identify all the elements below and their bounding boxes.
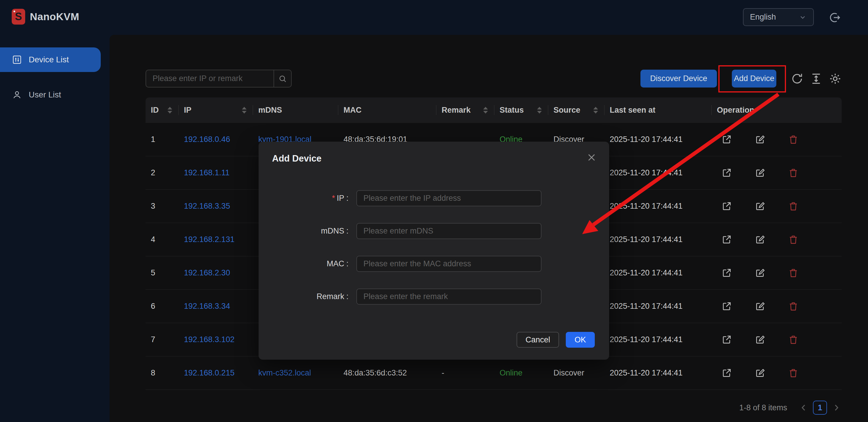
sorter-icon[interactable]	[537, 107, 542, 113]
mdns-link[interactable]: kvm-c352.local	[258, 368, 311, 378]
delete-trash-icon[interactable]	[788, 134, 799, 145]
discover-device-button[interactable]: Discover Device	[641, 70, 717, 88]
column-height-icon[interactable]	[810, 72, 823, 85]
user-icon	[12, 90, 22, 100]
ip-link[interactable]: 192.168.1.11	[184, 168, 229, 177]
sorter-icon[interactable]	[483, 107, 488, 113]
cell-operation	[712, 356, 842, 390]
delete-trash-icon[interactable]	[788, 234, 799, 245]
cell-ip: 192.168.0.215	[179, 356, 253, 390]
remark-field[interactable]	[356, 289, 541, 305]
open-device-icon[interactable]	[721, 234, 732, 245]
delete-trash-icon[interactable]	[788, 334, 799, 345]
sidebar-item-user-list[interactable]: User List	[0, 83, 110, 107]
remark-label: Remark:	[258, 292, 348, 301]
brand: S NanoKVM	[12, 9, 80, 25]
sidebar: Device List User List	[0, 35, 110, 422]
open-device-icon[interactable]	[721, 167, 732, 178]
cell-id: 5	[146, 256, 179, 289]
toolbar: Discover Device Add Device	[146, 70, 842, 88]
ok-button[interactable]: OK	[566, 332, 595, 348]
ip-link[interactable]: 192.168.0.46	[184, 135, 230, 144]
cell-last-seen: 2025-11-20 17:44:41	[604, 223, 712, 256]
cell-ip: 192.168.3.34	[179, 290, 253, 323]
open-device-icon[interactable]	[721, 134, 732, 145]
cell-ip: 192.168.1.11	[179, 156, 253, 189]
refresh-icon[interactable]	[791, 72, 804, 85]
edit-icon[interactable]	[754, 234, 766, 245]
add-device-modal: Add Device *IP: mDNS: MAC: Remark: Cance…	[258, 142, 609, 360]
delete-trash-icon[interactable]	[788, 267, 799, 279]
form-row-ip: *IP:	[258, 190, 609, 206]
ip-link[interactable]: 192.168.3.35	[184, 202, 230, 211]
ip-link[interactable]: 192.168.2.131	[184, 235, 235, 244]
cell-source: Discover	[548, 356, 604, 390]
status-text: Online	[494, 356, 548, 390]
cell-ip: 192.168.3.102	[179, 323, 253, 356]
open-device-icon[interactable]	[721, 201, 732, 212]
ip-link[interactable]: 192.168.2.30	[184, 268, 230, 278]
cell-last-seen: 2025-11-20 17:44:41	[604, 123, 712, 156]
edit-icon[interactable]	[754, 367, 766, 379]
delete-trash-icon[interactable]	[788, 367, 799, 379]
column-header-ip[interactable]: IP	[179, 97, 253, 123]
edit-icon[interactable]	[754, 267, 766, 279]
column-header-status[interactable]: Status	[494, 97, 548, 123]
column-header-mac: MAC	[338, 97, 436, 123]
delete-trash-icon[interactable]	[788, 301, 799, 312]
chevron-right-icon[interactable]	[831, 402, 842, 413]
ip-link[interactable]: 192.168.3.34	[184, 302, 230, 311]
column-header-id[interactable]: ID	[146, 97, 179, 123]
form-row-remark: Remark:	[258, 289, 609, 305]
cell-id: 8	[146, 356, 179, 390]
open-device-icon[interactable]	[721, 367, 732, 379]
modal-title: Add Device	[272, 153, 321, 164]
sorter-icon[interactable]	[167, 107, 172, 113]
page-number-button[interactable]: 1	[813, 401, 827, 415]
edit-icon[interactable]	[754, 334, 766, 345]
cell-last-seen: 2025-11-20 17:44:41	[604, 323, 712, 356]
delete-trash-icon[interactable]	[788, 167, 799, 178]
edit-icon[interactable]	[754, 167, 766, 178]
open-device-icon[interactable]	[721, 267, 732, 279]
open-device-icon[interactable]	[721, 301, 732, 312]
form-row-mdns: mDNS:	[258, 223, 609, 239]
delete-trash-icon[interactable]	[788, 201, 799, 212]
ip-link[interactable]: 192.168.0.215	[184, 368, 235, 378]
cell-mdns: kvm-c352.local	[253, 356, 338, 390]
cell-operation	[712, 156, 842, 189]
search-input[interactable]	[146, 70, 274, 88]
logout-icon[interactable]	[828, 11, 841, 24]
cell-last-seen: 2025-11-20 17:44:41	[604, 290, 712, 323]
chevron-left-icon[interactable]	[798, 402, 809, 413]
language-select[interactable]: English	[743, 8, 814, 26]
cell-remark: -	[436, 356, 494, 390]
cell-operation	[712, 123, 842, 156]
search-button[interactable]	[274, 70, 292, 88]
sidebar-item-device-list[interactable]: Device List	[0, 47, 101, 72]
edit-icon[interactable]	[754, 201, 766, 212]
sorter-icon[interactable]	[593, 107, 598, 113]
close-icon[interactable]	[586, 152, 597, 163]
sorter-icon[interactable]	[242, 107, 247, 113]
ip-link[interactable]: 192.168.3.102	[184, 335, 235, 344]
sidebar-item-label: Device List	[29, 55, 69, 64]
column-header-remark[interactable]: Remark	[436, 97, 494, 123]
cell-id: 4	[146, 223, 179, 256]
edit-icon[interactable]	[754, 134, 766, 145]
topbar: S NanoKVM English	[0, 0, 868, 35]
add-device-button[interactable]: Add Device	[732, 70, 776, 88]
app-root: S NanoKVM English Device	[0, 0, 868, 422]
cell-id: 2	[146, 156, 179, 189]
cell-id: 7	[146, 323, 179, 356]
settings-gear-icon[interactable]	[829, 72, 842, 85]
column-header-source[interactable]: Source	[548, 97, 604, 123]
search-group	[146, 70, 292, 88]
mdns-field[interactable]	[356, 223, 541, 239]
cancel-button[interactable]: Cancel	[517, 332, 559, 348]
ip-field[interactable]	[356, 190, 541, 206]
mac-field[interactable]	[356, 256, 541, 272]
cell-id: 1	[146, 123, 179, 156]
open-device-icon[interactable]	[721, 334, 732, 345]
edit-icon[interactable]	[754, 301, 766, 312]
